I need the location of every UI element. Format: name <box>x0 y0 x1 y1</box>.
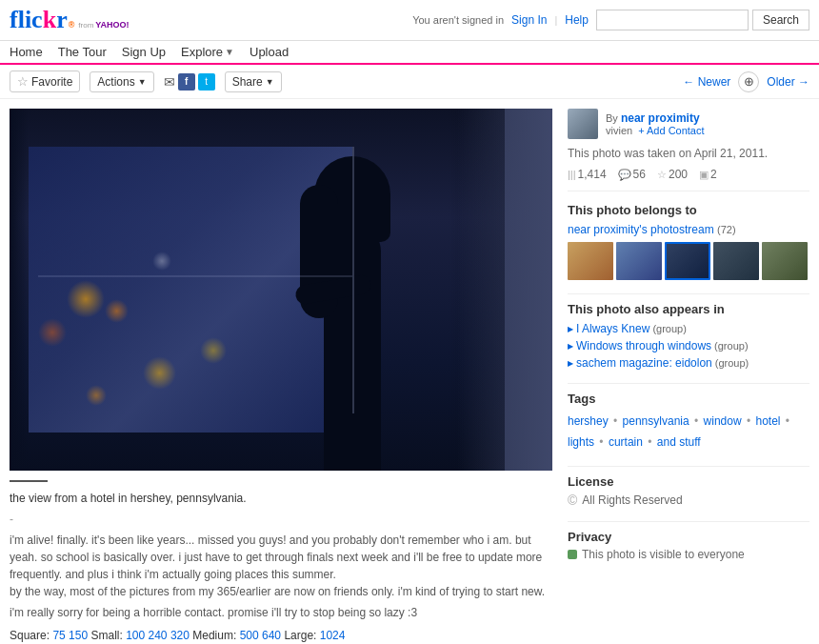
mail-icon[interactable]: ✉ <box>164 74 175 90</box>
also-appears-section: This photo also appears in ▶ I Always Kn… <box>568 302 809 370</box>
auth-prompt: You aren't signed in <box>412 14 504 26</box>
sets-icon: ▣ <box>699 169 709 181</box>
tag-hotel[interactable]: hotel <box>755 414 780 428</box>
tag-and-stuff[interactable]: and stuff <box>657 435 701 449</box>
nav-explore-dropdown[interactable]: Explore ▼ <box>181 45 234 59</box>
sign-in-link[interactable]: Sign In <box>511 13 547 27</box>
divider-4 <box>568 521 809 522</box>
privacy-indicator <box>568 550 577 559</box>
favorite-button[interactable]: ☆ Favorite <box>10 70 80 92</box>
photo-divider <box>10 480 48 482</box>
photo-toolbar: ☆ Favorite Actions ▼ ✉ f t Share ▼ ← New… <box>0 65 819 99</box>
share-button[interactable]: Share ▼ <box>225 71 282 92</box>
add-contact-link[interactable]: + Add Contact <box>638 125 704 136</box>
author-link[interactable]: near proximity <box>621 111 700 125</box>
thumb-3[interactable] <box>665 242 710 280</box>
arrow-icon-2: ▶ <box>568 342 573 351</box>
search-box: Search <box>596 10 809 30</box>
privacy-row: This photo is visible to everyone <box>568 548 809 561</box>
logo-area: flickr ® from YAHOO! <box>10 6 130 34</box>
size-small-100[interactable]: 100 <box>126 629 145 642</box>
size-square-150[interactable]: 150 <box>69 629 88 642</box>
faves-stat: ☆ 200 <box>657 168 688 181</box>
group-link-1[interactable]: I Always Knew <box>576 322 649 335</box>
newer-link[interactable]: ← Newer <box>683 75 730 89</box>
faves-count: 200 <box>669 168 688 181</box>
caption-body: i'm alive! finally. it's been like years… <box>10 532 552 600</box>
photo-date: This photo was taken on April 21, 2011. <box>568 147 809 160</box>
sizes-square-label: Square: <box>10 629 52 642</box>
tag-pennsylvania[interactable]: pennsylvania <box>623 414 689 428</box>
comments-count: 56 <box>633 168 646 181</box>
nav-upload[interactable]: Upload <box>250 45 289 59</box>
nav-home[interactable]: Home <box>10 45 43 59</box>
author-row: By near proximity vivien + Add Contact <box>568 109 809 139</box>
license-section: License © All Rights Reserved <box>568 474 809 508</box>
facebook-icon[interactable]: f <box>178 73 195 91</box>
privacy-value: This photo is visible to everyone <box>582 548 745 561</box>
nav-tour[interactable]: The Tour <box>58 45 107 59</box>
tag-lights[interactable]: lights <box>568 435 594 449</box>
privacy-heading: Privacy <box>568 530 809 544</box>
author-sub-contact: vivien + Add Contact <box>606 125 705 136</box>
divider-1 <box>568 293 809 294</box>
tag-curtain[interactable]: curtain <box>609 435 643 449</box>
tag-window[interactable]: window <box>704 414 742 428</box>
size-small-240[interactable]: 240 <box>149 629 168 642</box>
belongs-to-section: This photo belongs to near proximity's p… <box>568 203 809 280</box>
list-item: ▶ sachem magazine: eidolon (group) <box>568 356 809 370</box>
actions-button[interactable]: Actions ▼ <box>90 71 153 92</box>
chevron-down-icon: ▼ <box>138 77 147 87</box>
stats-row: ||| 1,414 💬 56 ☆ 200 ▣ 2 <box>568 168 809 191</box>
group-link-3[interactable]: sachem magazine: eidolon <box>576 356 712 370</box>
size-large-1024[interactable]: 1024 <box>320 629 346 642</box>
divider-3 <box>568 466 809 467</box>
sets-stat: ▣ 2 <box>699 168 717 181</box>
license-value: All Rights Reserved <box>582 493 682 507</box>
main-content: the view from a hotel in hershey, pennsy… <box>0 99 819 644</box>
list-item: ▶ Windows through windows (group) <box>568 339 809 352</box>
size-links: Square: 75 150 Small: 100 240 320 Medium… <box>10 629 552 642</box>
main-photo[interactable] <box>10 109 552 471</box>
older-link[interactable]: Older → <box>767 75 809 89</box>
page-header: flickr ® from YAHOO! You aren't signed i… <box>0 0 819 41</box>
divider-2 <box>568 383 809 384</box>
author-info: By near proximity vivien + Add Contact <box>606 111 705 136</box>
views-count: 1,414 <box>578 168 607 181</box>
photostream-link[interactable]: near proximity's photostream (72) <box>568 223 736 236</box>
toolbar-right: ← Newer ⊕ Older → <box>683 71 809 92</box>
size-medium-500[interactable]: 500 <box>240 629 259 642</box>
tags-heading: Tags <box>568 392 809 406</box>
sets-count: 2 <box>710 168 717 181</box>
toolbar-left: ☆ Favorite Actions ▼ ✉ f t Share ▼ <box>10 70 282 92</box>
star-icon-stat: ☆ <box>657 169 667 181</box>
zoom-button[interactable]: ⊕ <box>738 71 759 92</box>
top-auth-bar: You aren't signed in Sign In | Help Sear… <box>412 10 809 30</box>
twitter-icon[interactable]: t <box>198 73 215 91</box>
search-input[interactable] <box>596 10 749 30</box>
help-link[interactable]: Help <box>565 13 589 27</box>
thumb-4[interactable] <box>713 242 759 280</box>
flickr-logo[interactable]: flickr ® from YAHOO! <box>10 6 130 34</box>
caption-title: the view from a hotel in hershey, pennsy… <box>10 490 552 507</box>
nav-signup[interactable]: Sign Up <box>122 45 166 59</box>
thumb-strip <box>568 242 809 280</box>
thumb-1[interactable] <box>568 242 613 280</box>
comment-icon: 💬 <box>618 169 631 181</box>
size-medium-640[interactable]: 640 <box>262 629 281 642</box>
size-square-75[interactable]: 75 <box>52 629 65 642</box>
thumb-5[interactable] <box>762 242 808 280</box>
comments-stat: 💬 56 <box>618 168 646 181</box>
chevron-down-icon-share: ▼ <box>266 77 274 87</box>
thumb-2[interactable] <box>616 242 662 280</box>
separator: | <box>554 14 557 26</box>
size-small-320[interactable]: 320 <box>170 629 190 642</box>
search-button[interactable]: Search <box>752 10 809 30</box>
tag-hershey[interactable]: hershey <box>568 414 609 428</box>
photo-caption: the view from a hotel in hershey, pennsy… <box>10 490 552 621</box>
star-icon: ☆ <box>17 74 29 89</box>
group-link-2[interactable]: Windows through windows <box>576 339 711 352</box>
views-stat: ||| 1,414 <box>568 168 607 181</box>
nav-links: Home The Tour Sign Up Explore ▼ Upload <box>10 45 289 59</box>
caption-apology: i'm really sorry for being a horrible co… <box>10 604 552 621</box>
